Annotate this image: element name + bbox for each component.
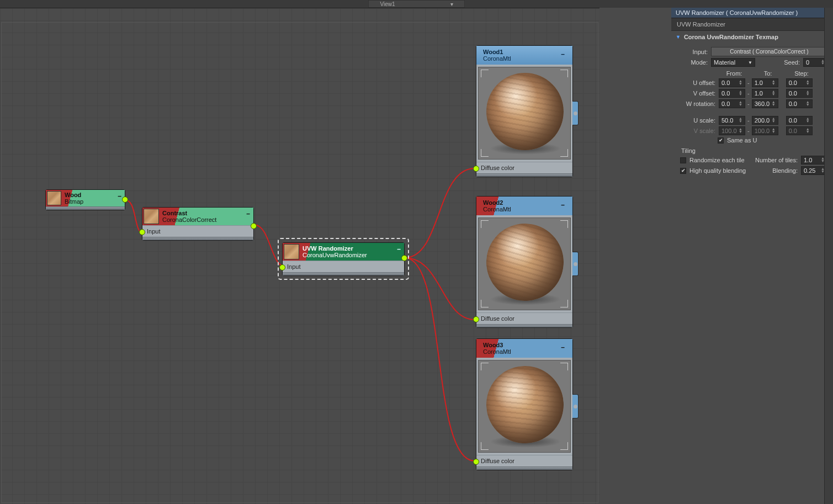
node-title: Wood3	[483, 342, 568, 348]
seed-value: 0	[806, 59, 809, 66]
scrollbar[interactable]	[824, 8, 833, 504]
node-thumb	[144, 209, 159, 224]
node-wood2[interactable]: Wood2 CoronaMtl – Diffuse color	[476, 196, 573, 328]
view-tab-1[interactable]: View1 ▾	[368, 0, 464, 8]
node-wood1[interactable]: Wood1 CoronaMtl – Diffuse color	[476, 45, 573, 177]
w-rot-label: W rotation:	[677, 100, 715, 107]
v-offset-step[interactable]: 0.0▲▼	[786, 89, 813, 98]
output-tab[interactable]	[572, 101, 579, 125]
input-port[interactable]	[473, 316, 479, 322]
node-canvas[interactable]: Wood Bitmap – Contrast CoronaColorCorrec…	[0, 8, 599, 504]
mode-label: Mode:	[677, 59, 708, 66]
same-as-u-checkbox[interactable]: ✔	[718, 137, 724, 144]
parameter-panel: UVW Randomizer ( CoronaUvwRandomizer ) ×…	[671, 8, 833, 504]
u-offset-label: U offset:	[677, 79, 715, 86]
v-scale-to: 100.0▲▼	[752, 126, 778, 135]
view-tab-label: View1	[380, 1, 395, 7]
node-wood3[interactable]: Wood3 CoronaMtl – Diffuse color	[476, 338, 573, 470]
u-scale-step[interactable]: 0.0▲▼	[786, 116, 813, 125]
col-from: From:	[719, 70, 750, 77]
node-title: UVW Randomizer	[303, 245, 404, 252]
node-subtitle: CoronaMtl	[483, 55, 568, 62]
panel-body: Input: Contrast ( CoronaColorCorrect ) M…	[671, 43, 833, 179]
col-step: Step:	[786, 70, 817, 77]
slot-label: Input	[147, 228, 160, 235]
node-contrast[interactable]: Contrast CoronaColorCorrect – Input	[142, 207, 254, 241]
u-offset-from[interactable]: 0.0▲▼	[719, 78, 745, 87]
node-title: Wood2	[483, 199, 568, 206]
section-header[interactable]: ▼ Corona UvwRandomizer Texmap ≡	[671, 31, 833, 43]
slot-label: Diffuse color	[481, 315, 514, 322]
output-tab[interactable]	[572, 394, 579, 418]
w-rot-to[interactable]: 360.0▲▼	[752, 99, 778, 108]
panel-title: UVW Randomizer ( CoronaUvwRandomizer )	[676, 9, 798, 16]
node-subtitle: Bitmap	[65, 198, 125, 205]
slot-label: Input	[287, 263, 300, 270]
collapse-icon[interactable]: –	[561, 343, 565, 351]
output-port[interactable]	[251, 223, 257, 229]
input-slot[interactable]: Input	[283, 261, 404, 272]
material-preview	[478, 67, 571, 160]
v-offset-label: V offset:	[677, 90, 715, 97]
mode-value: Material	[714, 59, 735, 66]
v-scale-step: 0.0▲▼	[786, 126, 813, 135]
node-uvw-randomizer[interactable]: UVW Randomizer CoronaUvwRandomizer – Inp…	[282, 242, 405, 276]
node-subtitle: CoronaUvwRandomizer	[303, 252, 404, 258]
hq-blend-checkbox[interactable]: ✔	[680, 168, 686, 174]
v-scale-label: V scale:	[677, 128, 715, 134]
collapse-icon[interactable]: –	[118, 192, 121, 200]
hq-blend-label: High quality blending	[689, 167, 746, 174]
node-title: Wood1	[483, 49, 568, 55]
input-port[interactable]	[473, 459, 479, 465]
w-rot-step[interactable]: 0.0▲▼	[786, 99, 813, 108]
node-wood-bitmap[interactable]: Wood Bitmap –	[45, 189, 125, 210]
material-preview	[478, 360, 571, 453]
u-offset-step[interactable]: 0.0▲▼	[786, 78, 813, 87]
section-title: Corona UvwRandomizer Texmap	[684, 34, 778, 40]
chevron-down-icon: ▼	[676, 34, 681, 40]
u-scale-label: U scale:	[677, 117, 715, 124]
output-port[interactable]	[401, 255, 407, 261]
num-tiles-label: Number of tiles:	[755, 157, 798, 163]
output-port[interactable]	[122, 197, 128, 203]
collapse-icon[interactable]: –	[397, 245, 401, 253]
panel-subtitle: UVW Randomizer	[671, 18, 833, 31]
mode-select[interactable]: Material▼	[711, 58, 755, 67]
panel-title-bar[interactable]: UVW Randomizer ( CoronaUvwRandomizer ) ×	[671, 8, 833, 18]
collapse-icon[interactable]: –	[561, 50, 565, 58]
rand-tile-checkbox[interactable]	[680, 157, 686, 163]
node-subtitle: CoronaMtl	[483, 348, 568, 355]
collapse-icon[interactable]: –	[246, 210, 250, 217]
input-port[interactable]	[473, 166, 479, 172]
node-subtitle: CoronaMtl	[483, 206, 568, 213]
input-button[interactable]: Contrast ( CoronaColorCorrect )	[711, 47, 827, 56]
node-subtitle: CoronaColorCorrect	[162, 216, 253, 223]
same-as-u-label: Same as U	[727, 137, 757, 144]
chevron-down-icon: ▾	[450, 1, 453, 7]
v-offset-from[interactable]: 0.0▲▼	[719, 89, 745, 98]
col-to: To:	[750, 70, 786, 77]
tiling-label: Tiling	[677, 145, 827, 154]
input-slot[interactable]: Input	[142, 225, 253, 237]
w-rot-from[interactable]: 0.0▲▼	[719, 99, 745, 108]
diffuse-slot[interactable]: Diffuse color	[476, 162, 572, 173]
blending-spinner[interactable]: 0.25▲▼	[801, 166, 827, 175]
diffuse-slot[interactable]: Diffuse color	[476, 312, 572, 324]
input-port[interactable]	[279, 264, 285, 270]
rand-tile-label: Randomize each tile	[689, 157, 745, 163]
diffuse-slot[interactable]: Diffuse color	[476, 455, 572, 466]
view-tabs: View1 ▾	[0, 0, 833, 8]
u-scale-from[interactable]: 50.0▲▼	[719, 116, 745, 125]
u-offset-to[interactable]: 1.0▲▼	[752, 78, 778, 87]
input-label: Input:	[677, 49, 708, 55]
output-tab[interactable]	[572, 252, 579, 276]
v-offset-to[interactable]: 1.0▲▼	[752, 89, 778, 98]
input-port[interactable]	[139, 229, 145, 235]
node-title: Contrast	[162, 210, 253, 216]
u-scale-to[interactable]: 200.0▲▼	[752, 116, 778, 125]
node-thumb	[284, 244, 299, 259]
num-tiles-spinner[interactable]: 1.0▲▼	[801, 156, 827, 165]
material-preview	[478, 217, 571, 310]
seed-label: Seed:	[784, 59, 800, 66]
collapse-icon[interactable]: –	[561, 201, 565, 209]
